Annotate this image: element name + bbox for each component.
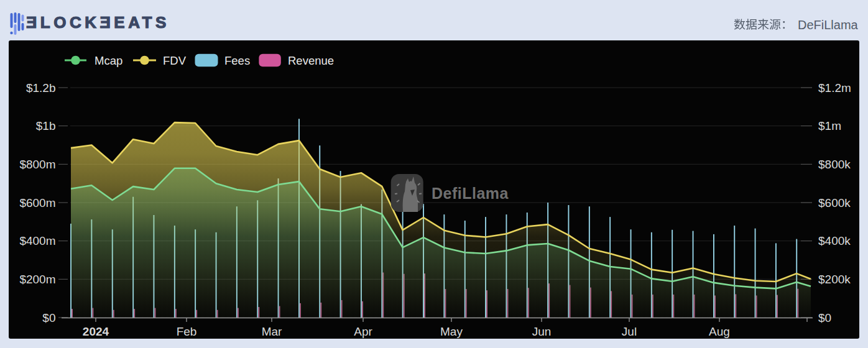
svg-text:FDV: FDV: [163, 54, 187, 67]
svg-text:$1.2b: $1.2b: [26, 81, 56, 94]
svg-text:Revenue: Revenue: [288, 54, 334, 67]
svg-text:$600k: $600k: [818, 196, 851, 209]
svg-text:$400k: $400k: [818, 234, 851, 247]
svg-text:DefiLlama: DefiLlama: [432, 185, 509, 202]
svg-text:$1b: $1b: [36, 119, 56, 132]
svg-text:Jun: Jun: [532, 325, 552, 338]
svg-text:Mar: Mar: [262, 325, 282, 338]
svg-text:$0: $0: [42, 311, 55, 324]
svg-text:Aug: Aug: [709, 325, 730, 338]
svg-text:May: May: [440, 325, 463, 338]
svg-text:Mcap: Mcap: [95, 54, 122, 67]
svg-text:$200k: $200k: [818, 273, 851, 286]
svg-text:$1m: $1m: [818, 119, 841, 132]
svg-text:$200m: $200m: [19, 273, 55, 286]
svg-text:$400m: $400m: [19, 234, 55, 247]
svg-text:Fees: Fees: [224, 54, 250, 67]
svg-text:Jul: Jul: [622, 325, 637, 338]
svg-text:$800k: $800k: [818, 158, 851, 171]
svg-text:Apr: Apr: [354, 325, 372, 338]
svg-text:Feb: Feb: [177, 325, 197, 338]
svg-text:$1.2m: $1.2m: [818, 81, 851, 94]
svg-text:$600m: $600m: [19, 196, 55, 209]
svg-text:$0: $0: [818, 311, 831, 324]
svg-text:2024: 2024: [83, 325, 109, 338]
svg-text:$800m: $800m: [19, 158, 55, 171]
